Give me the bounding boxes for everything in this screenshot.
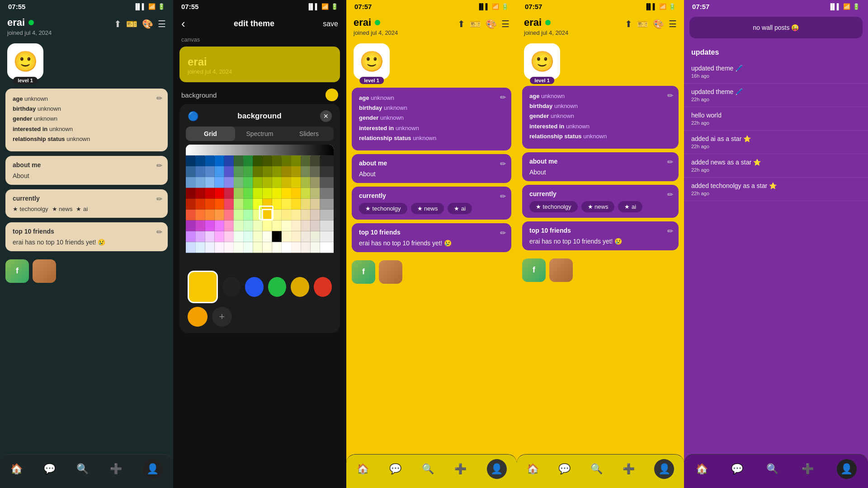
svg-rect-48 bbox=[186, 188, 195, 199]
status-bar-4l: 07:57 ▐▌▌ 📶 🔋 bbox=[517, 0, 684, 12]
swatch-black[interactable] bbox=[222, 277, 241, 297]
nav-chat-3[interactable]: 💬 bbox=[389, 463, 401, 475]
nav-search-3[interactable]: 🔍 bbox=[422, 463, 434, 475]
edit-info-icon-4l[interactable]: ✏ bbox=[667, 91, 673, 100]
status-icons-4r: ▐▌▌ 📶 🔋 bbox=[828, 3, 860, 10]
nav-chat-1[interactable]: 💬 bbox=[43, 463, 56, 475]
edit-info-icon-1[interactable]: ✏ bbox=[156, 94, 162, 103]
story-1-1[interactable]: f bbox=[5, 259, 29, 283]
nav-search-4r[interactable]: 🔍 bbox=[766, 463, 778, 475]
share-icon-3[interactable]: ⬆ bbox=[458, 19, 465, 29]
time-1: 07:55 bbox=[8, 3, 25, 10]
nav-profile-1[interactable]: 👤 bbox=[143, 459, 163, 479]
stamp-icon-3[interactable]: 🎫 bbox=[470, 19, 481, 29]
update-text-0: updated theme 🖊️ bbox=[691, 65, 861, 72]
tab-spectrum[interactable]: Spectrum bbox=[235, 127, 284, 141]
level-badge-4l: level 1 bbox=[530, 77, 554, 84]
svg-rect-33 bbox=[186, 177, 195, 188]
svg-rect-18 bbox=[186, 166, 195, 177]
top-friends-card-3: ✏ top 10 friends erai has no top 10 frie… bbox=[352, 223, 511, 252]
stamp-icon-1[interactable]: 🎫 bbox=[126, 19, 137, 29]
swatch-green[interactable] bbox=[268, 277, 286, 297]
share-icon-4l[interactable]: ⬆ bbox=[625, 19, 632, 29]
palette-icon-1[interactable]: 🎨 bbox=[142, 19, 153, 29]
story-2-4l[interactable] bbox=[549, 258, 573, 282]
nav-chat-4l[interactable]: 💬 bbox=[558, 463, 571, 475]
bg-toggle[interactable] bbox=[326, 89, 338, 101]
picker-close-btn[interactable]: ✕ bbox=[320, 110, 332, 122]
back-button-2[interactable]: ‹ bbox=[181, 17, 185, 31]
save-button-2[interactable]: save bbox=[323, 20, 338, 28]
swatch-red[interactable] bbox=[314, 277, 332, 297]
edit-friends-icon-3[interactable]: ✏ bbox=[500, 229, 506, 237]
svg-rect-89 bbox=[291, 210, 301, 221]
nav-add-1[interactable]: ➕ bbox=[110, 463, 122, 475]
add-swatch-btn[interactable]: + bbox=[212, 307, 232, 327]
nav-profile-3[interactable]: 👤 bbox=[487, 459, 507, 479]
svg-rect-4 bbox=[195, 155, 205, 166]
nav-home-1[interactable]: 🏠 bbox=[10, 463, 23, 475]
story-1-3[interactable]: f bbox=[352, 260, 375, 284]
tab-grid[interactable]: Grid bbox=[186, 127, 235, 141]
nav-home-4l[interactable]: 🏠 bbox=[527, 463, 539, 475]
updates-header: updates bbox=[684, 43, 868, 60]
update-time-0: 16h ago bbox=[691, 73, 861, 79]
wifi-icon-4l: 📶 bbox=[659, 3, 666, 10]
edit-about-icon-4l[interactable]: ✏ bbox=[667, 158, 673, 166]
nav-add-4r[interactable]: ➕ bbox=[802, 463, 814, 475]
edit-info-icon-3[interactable]: ✏ bbox=[500, 93, 506, 102]
svg-rect-29 bbox=[291, 166, 301, 177]
nav-profile-4r[interactable]: 👤 bbox=[837, 459, 857, 479]
nav-profile-4l[interactable]: 👤 bbox=[654, 459, 674, 479]
edit-currently-icon-1[interactable]: ✏ bbox=[156, 195, 162, 203]
info-birthday-1: birthday unknown bbox=[13, 105, 160, 113]
story-2-1[interactable] bbox=[33, 259, 56, 283]
nav-search-1[interactable]: 🔍 bbox=[76, 463, 89, 475]
svg-rect-58 bbox=[282, 188, 291, 199]
edit-friends-icon-4l[interactable]: ✏ bbox=[667, 227, 673, 235]
dropper-icon[interactable]: 🔵 bbox=[188, 111, 199, 122]
swatch-orange[interactable] bbox=[188, 307, 208, 327]
selected-color-swatch[interactable] bbox=[188, 271, 218, 303]
menu-icon-1[interactable]: ☰ bbox=[158, 19, 166, 29]
share-icon-1[interactable]: ⬆ bbox=[114, 19, 122, 29]
battery-icon-3: 🔋 bbox=[501, 3, 509, 10]
story-2-3[interactable] bbox=[379, 260, 402, 284]
profile-info-card-1: ✏ age unknown birthday unknown gender un… bbox=[5, 89, 168, 151]
edit-about-icon-3[interactable]: ✏ bbox=[500, 160, 506, 168]
color-picker-modal: 🔵 background ✕ Grid Spectrum Sliders bbox=[179, 104, 340, 333]
nav-chat-4r[interactable]: 💬 bbox=[731, 463, 743, 475]
svg-rect-107 bbox=[320, 221, 334, 231]
svg-rect-137 bbox=[320, 242, 334, 253]
edit-friends-icon-1[interactable]: ✏ bbox=[156, 228, 162, 236]
tab-sliders[interactable]: Sliders bbox=[284, 127, 334, 141]
nav-home-3[interactable]: 🏠 bbox=[357, 463, 369, 475]
nav-add-3[interactable]: ➕ bbox=[454, 463, 467, 475]
palette-icon-3[interactable]: 🎨 bbox=[486, 19, 497, 29]
menu-icon-4l[interactable]: ☰ bbox=[669, 19, 677, 29]
svg-rect-71 bbox=[262, 199, 272, 210]
nav-add-4l[interactable]: ➕ bbox=[623, 463, 635, 475]
menu-icon-3[interactable]: ☰ bbox=[501, 19, 509, 29]
swatch-yellow[interactable] bbox=[291, 277, 309, 297]
signal-icon-2: ▐▌▌ bbox=[307, 3, 319, 10]
svg-rect-126 bbox=[215, 242, 224, 253]
svg-rect-75 bbox=[301, 199, 310, 210]
edit-about-icon-1[interactable]: ✏ bbox=[156, 161, 162, 170]
star-1-3: ★ techonolgy bbox=[359, 203, 407, 214]
svg-rect-100 bbox=[253, 221, 262, 231]
svg-rect-13 bbox=[282, 155, 291, 166]
stamp-icon-4l[interactable]: 🎫 bbox=[637, 19, 648, 29]
stars-row-3: ★ techonolgy ★ news ★ ai bbox=[359, 203, 504, 214]
nav-home-4r[interactable]: 🏠 bbox=[696, 463, 708, 475]
edit-currently-icon-4l[interactable]: ✏ bbox=[667, 190, 673, 199]
swatch-blue[interactable] bbox=[245, 277, 263, 297]
svg-rect-56 bbox=[262, 188, 272, 199]
svg-rect-36 bbox=[215, 177, 224, 188]
palette-icon-4l[interactable]: 🎨 bbox=[653, 19, 664, 29]
color-grid[interactable] bbox=[186, 145, 334, 265]
nav-search-4l[interactable]: 🔍 bbox=[590, 463, 603, 475]
edit-currently-icon-3[interactable]: ✏ bbox=[500, 192, 506, 201]
story-1-4l[interactable]: f bbox=[522, 258, 546, 282]
svg-rect-136 bbox=[310, 242, 320, 253]
